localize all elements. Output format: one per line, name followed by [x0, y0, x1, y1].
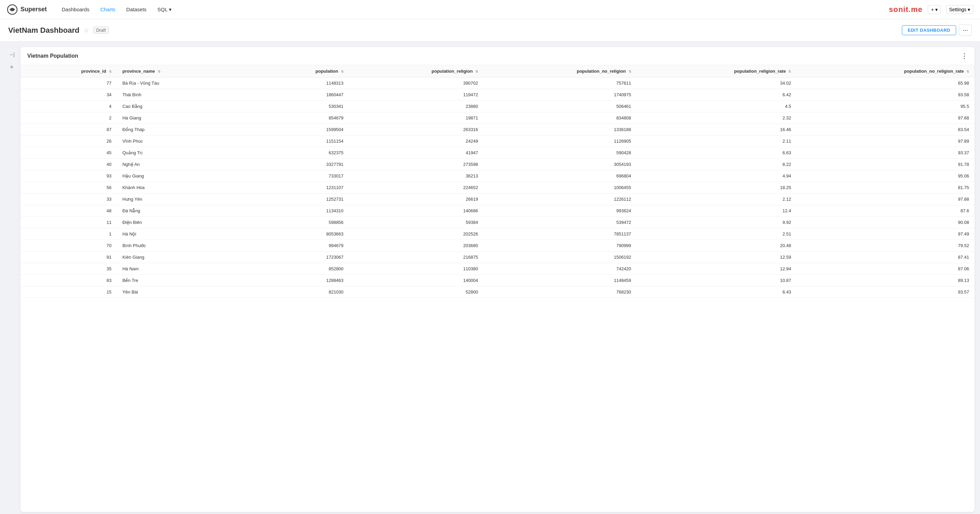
cell-population-religion: 110380	[349, 263, 484, 275]
cell-population-religion: 216875	[349, 251, 484, 263]
col-header-province-id[interactable]: province_id ⇅	[21, 65, 117, 78]
cell-province-name: Bình Phước	[117, 240, 245, 251]
table-row: 34 Thái Bình 1860447 119472 1740975 6.42…	[21, 89, 975, 101]
cell-population: 1148313	[245, 78, 349, 89]
cell-population: 3327791	[245, 159, 349, 170]
cell-population-religion-rate: 16.46	[637, 124, 797, 135]
cell-population: 632375	[245, 147, 349, 159]
logo[interactable]: Superset	[7, 4, 47, 15]
cell-province-name: Hà Nội	[117, 228, 245, 240]
col-header-population-religion-rate[interactable]: population_religion_rate ⇅	[637, 65, 797, 78]
col-header-population[interactable]: population ⇅	[245, 65, 349, 78]
cell-population-religion-rate: 4.5	[637, 101, 797, 112]
cell-population-no-religion: 1126905	[484, 135, 637, 147]
cell-population-no-religion: 506461	[484, 101, 637, 112]
add-button[interactable]: + ▾	[928, 5, 940, 14]
cell-population-no-religion-rate: 93.37	[796, 147, 975, 159]
cell-population-no-religion-rate: 81.75	[796, 182, 975, 194]
data-table: province_id ⇅ province_name ⇅ population…	[21, 65, 975, 298]
cell-population-religion-rate: 6.63	[637, 147, 797, 159]
col-header-population-no-religion-rate[interactable]: population_no_religion_rate ⇅	[796, 65, 975, 78]
cell-population-no-religion-rate: 79.52	[796, 240, 975, 251]
cell-province-name: Kiên Giang	[117, 251, 245, 263]
cell-province-id: 1	[21, 228, 117, 240]
table-card-header: Vietnam Population ⋮	[21, 47, 975, 65]
cell-population-no-religion: 1336188	[484, 124, 637, 135]
sort-icon-population: ⇅	[341, 70, 344, 73]
cell-province-name: Nghệ An	[117, 159, 245, 170]
cell-population-no-religion: 539472	[484, 217, 637, 228]
cell-population: 8053663	[245, 228, 349, 240]
sort-icon-pop-no-religion: ⇅	[628, 70, 631, 73]
table-wrapper: province_id ⇅ province_name ⇅ population…	[21, 65, 975, 298]
cell-population-religion-rate: 8.22	[637, 159, 797, 170]
cell-population-religion: 52800	[349, 286, 484, 298]
cell-population-religion: 59384	[349, 217, 484, 228]
dashboard-more-button[interactable]: ⋯	[959, 25, 972, 36]
table-card: Vietnam Population ⋮ province_id ⇅ provi…	[21, 47, 975, 512]
cell-population-no-religion: 7851137	[484, 228, 637, 240]
cell-population-religion-rate: 12.59	[637, 251, 797, 263]
cell-population-religion: 19871	[349, 112, 484, 124]
nav-sql[interactable]: SQL ▾	[153, 4, 176, 15]
cell-population-no-religion-rate: 93.58	[796, 89, 975, 101]
col-header-population-religion[interactable]: population_religion ⇅	[349, 65, 484, 78]
cell-province-name: Hậu Giang	[117, 170, 245, 182]
cell-population-no-religion-rate: 90.08	[796, 217, 975, 228]
cell-population: 852800	[245, 263, 349, 275]
table-row: 83 Bến Tre 1288463 140004 1148459 10.87 …	[21, 275, 975, 286]
cell-province-id: 34	[21, 89, 117, 101]
cell-population-religion-rate: 2.11	[637, 135, 797, 147]
cell-province-name: Bến Tre	[117, 275, 245, 286]
collapse-sidebar-icon[interactable]: →|	[7, 50, 16, 59]
cell-population-religion-rate: 12.94	[637, 263, 797, 275]
cell-population-religion-rate: 34.02	[637, 78, 797, 89]
settings-button[interactable]: Settings ▾	[946, 5, 973, 14]
cell-population-no-religion: 768230	[484, 286, 637, 298]
table-row: 11 Điện Biên 598856 59384 539472 9.92 90…	[21, 217, 975, 228]
cell-population-no-religion: 696804	[484, 170, 637, 182]
sort-icon-pop-religion-rate: ⇅	[788, 70, 791, 73]
cell-population-religion: 224652	[349, 182, 484, 194]
cell-province-id: 33	[21, 194, 117, 205]
cell-province-name: Điện Biên	[117, 217, 245, 228]
table-header: province_id ⇅ province_name ⇅ population…	[21, 65, 975, 78]
cell-province-id: 56	[21, 182, 117, 194]
table-row: 48 Đà Nẵng 1134310 140686 993624 12.4 87…	[21, 205, 975, 217]
col-header-province-name[interactable]: province_name ⇅	[117, 65, 245, 78]
table-row: 15 Yên Bái 821030 52800 768230 6.43 93.5…	[21, 286, 975, 298]
nav-dashboards[interactable]: Dashboards	[58, 4, 94, 15]
table-row: 40 Nghệ An 3327791 273598 3054193 8.22 9…	[21, 159, 975, 170]
cell-province-name: Hà Nam	[117, 263, 245, 275]
cell-population-religion: 203680	[349, 240, 484, 251]
edit-dashboard-button[interactable]: EDIT DASHBOARD	[902, 25, 956, 35]
navbar: Superset Dashboards Charts Datasets SQL …	[0, 0, 980, 19]
cell-population-no-religion: 1006455	[484, 182, 637, 194]
cell-population-religion: 23880	[349, 101, 484, 112]
sql-dropdown-icon: ▾	[169, 6, 172, 13]
cell-province-name: Đà Nẵng	[117, 205, 245, 217]
cell-population-no-religion-rate: 95.5	[796, 101, 975, 112]
cell-population-religion-rate: 6.42	[637, 89, 797, 101]
cell-population-religion: 41947	[349, 147, 484, 159]
logo-icon	[7, 4, 18, 15]
nav-datasets[interactable]: Datasets	[122, 4, 151, 15]
navbar-right: sonit.me + ▾ Settings ▾	[889, 5, 973, 14]
favorite-star-icon[interactable]: ☆	[84, 27, 89, 34]
cell-population: 1723067	[245, 251, 349, 263]
filter-icon[interactable]: ≡	[7, 62, 16, 72]
draft-badge: Draft	[93, 27, 109, 34]
cell-province-id: 15	[21, 286, 117, 298]
cell-population-no-religion: 590428	[484, 147, 637, 159]
cell-population: 1151154	[245, 135, 349, 147]
cell-province-id: 83	[21, 275, 117, 286]
table-row: 91 Kiên Giang 1723067 216875 1506192 12.…	[21, 251, 975, 263]
col-header-population-no-religion[interactable]: population_no_religion ⇅	[484, 65, 637, 78]
cell-province-name: Quảng Trị	[117, 147, 245, 159]
cell-province-id: 93	[21, 170, 117, 182]
dashboard-header-right: EDIT DASHBOARD ⋯	[902, 25, 972, 36]
table-row: 93 Hậu Giang 733017 36213 696804 4.94 95…	[21, 170, 975, 182]
table-more-button[interactable]: ⋮	[961, 52, 968, 60]
nav-charts[interactable]: Charts	[96, 4, 119, 15]
cell-population-no-religion: 3054193	[484, 159, 637, 170]
